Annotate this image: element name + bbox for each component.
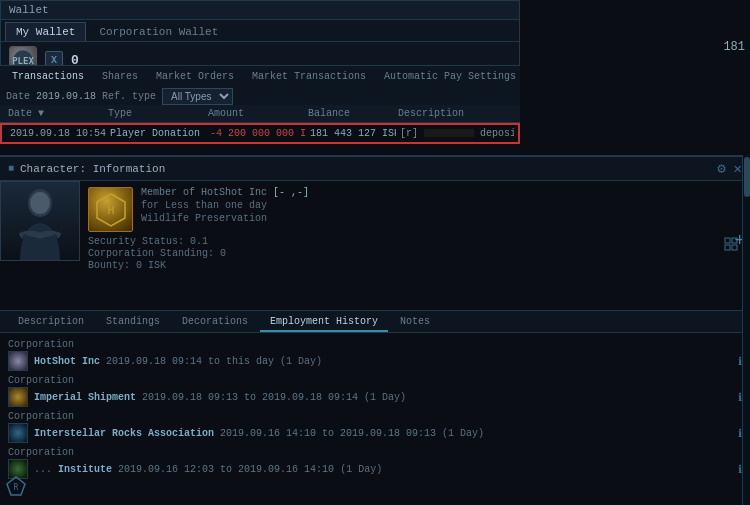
wallet-title: Wallet bbox=[9, 4, 49, 16]
char-corp-desc: Wildlife Preservation bbox=[141, 213, 309, 224]
censored-name-1 bbox=[424, 129, 474, 137]
scrollbar-thumb bbox=[744, 157, 750, 197]
char-corp-info: Member of HotShot Inc [- ,-] for Less th… bbox=[141, 187, 309, 232]
corp-standing: Corporation Standing: 0 bbox=[88, 248, 742, 259]
emp-corp-icon-1 bbox=[8, 351, 28, 371]
security-status: Security Status: 0.1 bbox=[88, 236, 742, 247]
emp-text-1: HotShot Inc 2019.09.18 09:14 to this day… bbox=[34, 356, 322, 367]
emp-corp-icon-3 bbox=[8, 423, 28, 443]
character-panel: ■ Character: Information ⚙ ✕ bbox=[0, 155, 750, 505]
char-duration: for Less than one day bbox=[141, 200, 309, 211]
transaction-row-highlighted[interactable]: 2019.09.18 10:54:01 Player Donation -4 2… bbox=[0, 123, 520, 144]
emp-label-2: Corporation bbox=[8, 375, 742, 386]
bounty: Bounty: 0 ISK bbox=[88, 260, 742, 271]
char-titlebar-left: ■ Character: Information bbox=[8, 163, 165, 175]
tab-corp-wallet[interactable]: Corporation Wallet bbox=[88, 22, 229, 41]
bottom-logo-icon: R bbox=[6, 476, 26, 499]
corp-logo-svg: H bbox=[93, 192, 129, 228]
employment-panel: Corporation HotShot Inc 2019.09.18 09:14… bbox=[0, 333, 750, 489]
char-tab-notes[interactable]: Notes bbox=[390, 313, 440, 332]
table-header: Date ▼ Type Amount Balance Description bbox=[0, 105, 520, 123]
date-filter-value: 2019.09.18 bbox=[36, 91, 96, 102]
emp-corp-icon-2 bbox=[8, 387, 28, 407]
emp-row-4: ... Institute 2019.09.16 12:03 to 2019.0… bbox=[8, 459, 742, 479]
emp-row-3: Interstellar Rocks Association 2019.09.1… bbox=[8, 423, 742, 443]
emp-text-3: Interstellar Rocks Association 2019.09.1… bbox=[34, 428, 484, 439]
emp-label-1: Corporation bbox=[8, 339, 742, 350]
reftype-filter-select[interactable]: All Types bbox=[162, 88, 233, 105]
char-member-line: Member of HotShot Inc [- ,-] bbox=[141, 187, 309, 198]
transaction-amount: -4 200 000 000 ISK bbox=[206, 127, 306, 140]
emp-section-2: Corporation Imperial Shipment 2019.09.18… bbox=[8, 375, 742, 407]
col-header-balance[interactable]: Balance bbox=[304, 107, 394, 120]
char-tab-standings[interactable]: Standings bbox=[96, 313, 170, 332]
eve-logo-icon: R bbox=[6, 476, 26, 496]
emp-section-4: Corporation ... Institute 2019.09.16 12:… bbox=[8, 447, 742, 479]
svg-text:H: H bbox=[107, 204, 114, 217]
char-tab-decorations[interactable]: Decorations bbox=[172, 313, 258, 332]
emp-text-4: ... Institute 2019.09.16 12:03 to 2019.0… bbox=[34, 464, 382, 475]
emp-row-2: Imperial Shipment 2019.09.18 09:13 to 20… bbox=[8, 387, 742, 407]
avatar-background bbox=[1, 182, 79, 260]
svg-rect-6 bbox=[725, 238, 730, 243]
char-panel-title: Character: Information bbox=[20, 163, 165, 175]
col-header-date[interactable]: Date ▼ bbox=[4, 107, 104, 120]
transaction-description: [r] deposited cash into account bbox=[396, 127, 514, 140]
emp-text-2: Imperial Shipment 2019.09.18 09:13 to 20… bbox=[34, 392, 406, 403]
date-filter-label: Date bbox=[6, 91, 30, 102]
char-close-icon[interactable]: ✕ bbox=[734, 160, 742, 177]
svg-text:R: R bbox=[14, 483, 19, 492]
transactions-table: Date ▼ Type Amount Balance Description 2… bbox=[0, 105, 520, 144]
emp-label-3: Corporation bbox=[8, 411, 742, 422]
transaction-type: Player Donation bbox=[106, 127, 206, 140]
svg-point-3 bbox=[30, 192, 50, 214]
char-avatar bbox=[0, 181, 80, 261]
emp-row-1: HotShot Inc 2019.09.18 09:14 to this day… bbox=[8, 351, 742, 371]
transaction-balance: 181 443 127 ISK bbox=[306, 127, 396, 140]
isk-balance: 181 bbox=[723, 40, 745, 54]
wallet-tabs: My Wallet Corporation Wallet bbox=[1, 20, 519, 42]
char-tab-employment[interactable]: Employment History bbox=[260, 313, 388, 332]
emp-section-1: Corporation HotShot Inc 2019.09.18 09:14… bbox=[8, 339, 742, 371]
char-main-content: H Member of HotShot Inc [- ,-] for Less … bbox=[0, 181, 750, 306]
char-info-area: H Member of HotShot Inc [- ,-] for Less … bbox=[80, 181, 750, 306]
reftype-filter-label: Ref. type bbox=[102, 91, 156, 102]
char-bottom-tabs: Description Standings Decorations Employ… bbox=[0, 310, 750, 333]
emp-label-4: Corporation bbox=[8, 447, 742, 458]
char-silhouette-svg bbox=[5, 181, 75, 261]
char-corp-row: H Member of HotShot Inc [- ,-] for Less … bbox=[88, 187, 742, 232]
scrollbar[interactable] bbox=[742, 155, 750, 505]
char-titlebar: ■ Character: Information ⚙ ✕ bbox=[0, 157, 750, 181]
bullet-icon: ■ bbox=[8, 163, 14, 174]
corp-logo: H bbox=[88, 187, 133, 232]
col-header-amount[interactable]: Amount bbox=[204, 107, 304, 120]
char-settings-icon[interactable]: ⚙ bbox=[717, 160, 725, 177]
col-header-description[interactable]: Description bbox=[394, 107, 516, 120]
char-tab-description[interactable]: Description bbox=[8, 313, 94, 332]
wallet-titlebar: Wallet bbox=[1, 1, 519, 20]
svg-rect-8 bbox=[725, 245, 730, 250]
transaction-date: 2019.09.18 10:54:01 bbox=[6, 127, 106, 140]
char-stats: Security Status: 0.1 Corporation Standin… bbox=[88, 236, 742, 271]
tab-my-wallet[interactable]: My Wallet bbox=[5, 22, 86, 41]
emp-section-3: Corporation Interstellar Rocks Associati… bbox=[8, 411, 742, 443]
col-header-type[interactable]: Type bbox=[104, 107, 204, 120]
